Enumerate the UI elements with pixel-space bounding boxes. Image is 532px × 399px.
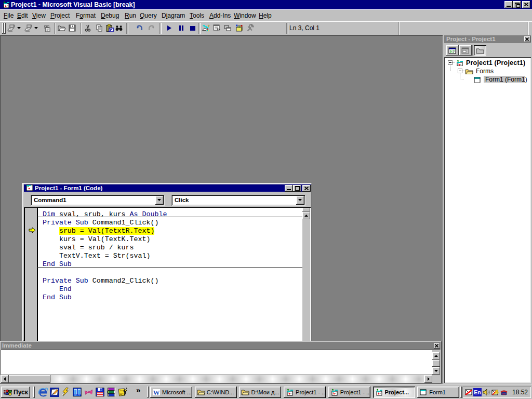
svg-text:W: W xyxy=(153,389,160,396)
